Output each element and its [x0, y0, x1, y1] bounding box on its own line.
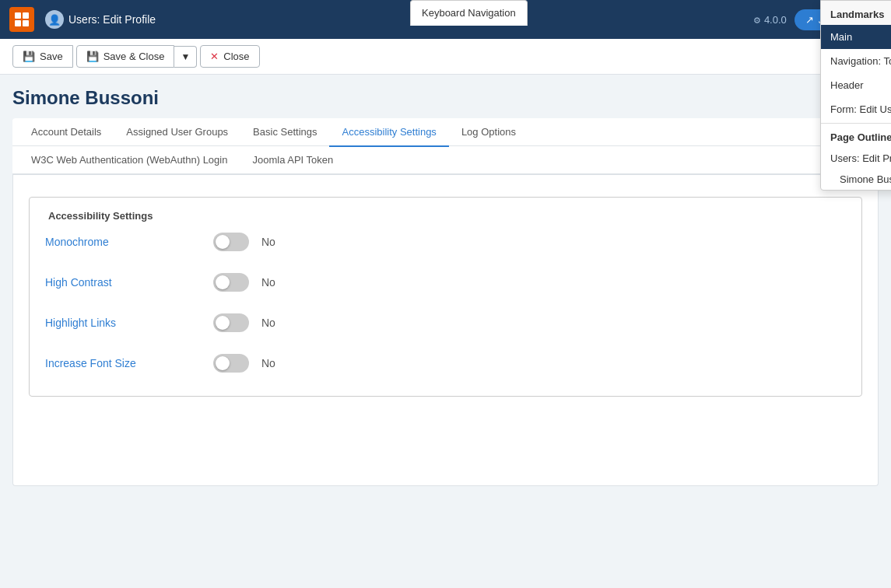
joomla-logo — [9, 7, 34, 32]
highlight-links-label: Highlight Links — [45, 317, 201, 329]
tab-basic-settings[interactable]: Basic Settings — [240, 118, 329, 147]
monochrome-label: Monochrome — [45, 236, 201, 248]
toggle-track-3 — [213, 313, 249, 332]
toggle-thumb — [216, 235, 230, 249]
tab-log-options[interactable]: Log Options — [449, 118, 528, 147]
kbd-nav-header[interactable]: Header — [821, 73, 891, 97]
user-avatar-icon: 👤 — [45, 10, 64, 29]
keyboard-nav-popup: Keyboard Navigation Landmarks Main Navig… — [410, 0, 528, 25]
save-close-button[interactable]: 💾 Save & Close — [76, 45, 175, 68]
kbd-nav-form-edit-user[interactable]: Form: Edit User — [821, 97, 891, 121]
fieldset-legend: Accessibility Settings — [42, 210, 846, 222]
tab-assigned-user-groups[interactable]: Assigned User Groups — [114, 118, 240, 147]
increase-font-label: Increase Font Size — [45, 357, 201, 369]
toggle-track-2 — [213, 273, 249, 292]
field-row-monochrome: Monochrome No — [45, 222, 846, 262]
keyboard-nav-tab[interactable]: Keyboard Navigation — [410, 0, 528, 26]
keyboard-nav-dropdown: Landmarks Main Navigation: Toolbar Heade… — [820, 0, 891, 191]
joomla-version: ⚙ 4.0.0 — [753, 14, 787, 26]
save-icon-2: 💾 — [86, 51, 99, 62]
tab-api-token[interactable]: Joomla API Token — [240, 146, 346, 175]
topbar-user-section: 👤 Users: Edit Profile — [45, 10, 156, 29]
save-icon: 💾 — [23, 51, 35, 62]
tabs-row-2: W3C Web Authentication (WebAuthn) Login … — [12, 145, 879, 173]
svg-rect-2 — [15, 20, 21, 26]
kbd-nav-divider — [821, 123, 891, 124]
main-panel: Accessibility Settings Monochrome No Hig… — [12, 175, 879, 486]
toggle-thumb-4 — [216, 356, 230, 370]
tabs-row-1: Account Details Assigned User Groups Bas… — [12, 118, 879, 145]
svg-rect-1 — [23, 12, 29, 19]
field-row-highlight-links: Highlight Links No — [45, 303, 846, 343]
highlight-links-value: No — [261, 317, 275, 329]
high-contrast-label: High Contrast — [45, 276, 201, 289]
svg-rect-0 — [15, 12, 21, 19]
close-icon: ✕ — [210, 51, 219, 62]
tab-accessibility[interactable]: Accessibility Settings — [329, 118, 448, 147]
kbd-nav-navigation-toolbar[interactable]: Navigation: Toolbar — [821, 49, 891, 73]
toggle-thumb-3 — [216, 316, 230, 330]
tab-account-details[interactable]: Account Details — [19, 118, 114, 147]
kbd-nav-simone-bussoni[interactable]: Simone Bussoni — [821, 169, 891, 190]
monochrome-value: No — [261, 236, 275, 248]
chevron-down-icon: ▼ — [181, 51, 190, 62]
close-button[interactable]: ✕ Close — [200, 45, 259, 68]
toggle-track-4 — [213, 354, 249, 373]
tabs-container: Account Details Assigned User Groups Bas… — [12, 118, 879, 175]
kbd-nav-main[interactable]: Main — [821, 25, 891, 49]
svg-rect-3 — [23, 20, 29, 26]
increase-font-toggle[interactable] — [213, 354, 249, 373]
save-button[interactable]: 💾 Save — [12, 45, 73, 68]
kbd-nav-users-edit-profile[interactable]: Users: Edit Profile — [821, 148, 891, 169]
tab-webauthn[interactable]: W3C Web Authentication (WebAuthn) Login — [19, 146, 240, 175]
landmarks-header: Landmarks — [821, 1, 891, 25]
increase-font-value: No — [261, 357, 275, 369]
monochrome-toggle[interactable] — [213, 233, 249, 251]
field-row-increase-font: Increase Font Size No — [45, 343, 846, 383]
high-contrast-toggle[interactable] — [213, 273, 249, 292]
user-heading: Simone Bussoni — [12, 87, 879, 109]
toggle-track — [213, 233, 249, 251]
page-content: Simone Bussoni Account Details Assigned … — [0, 75, 891, 499]
toggle-thumb-2 — [216, 275, 230, 289]
page-outline-header: Page Outline — [821, 125, 891, 148]
highlight-links-toggle[interactable] — [213, 313, 249, 332]
high-contrast-value: No — [261, 276, 275, 289]
field-row-high-contrast: High Contrast No — [45, 262, 846, 303]
external-link-icon: ↗ — [805, 14, 814, 26]
accessibility-fieldset: Accessibility Settings Monochrome No Hig… — [29, 197, 862, 397]
toolbar: 💾 Save 💾 Save & Close ▼ ✕ Close ? Help — [0, 39, 891, 75]
save-dropdown-button[interactable]: ▼ — [174, 46, 197, 68]
tab-accessibility-label: Accessibility Settings — [342, 126, 436, 138]
topbar-page-title: Users: Edit Profile — [68, 13, 156, 26]
